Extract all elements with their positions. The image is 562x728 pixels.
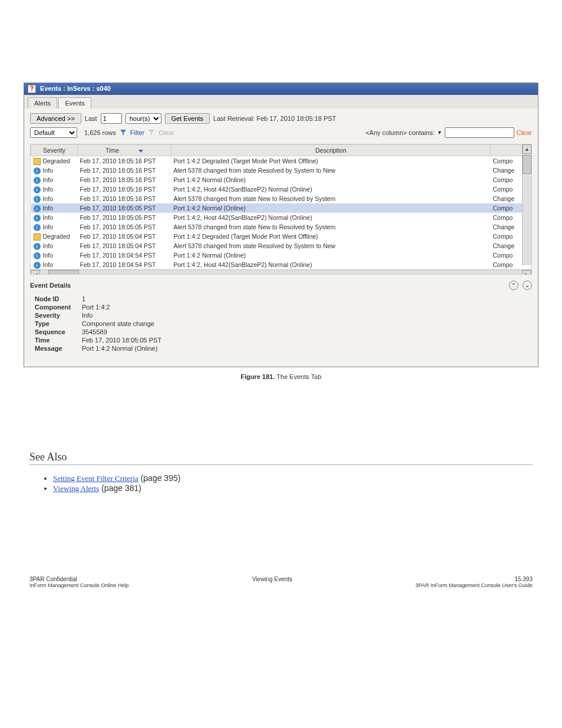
clear-filter-icon (148, 129, 155, 136)
table-row[interactable]: iInfoFeb 17, 2010 18:05:05 PSTPort 1:4:2… (31, 203, 531, 213)
col-header-description[interactable]: Description (171, 145, 491, 156)
detail-value: Info (82, 312, 92, 319)
info-icon: i (34, 186, 41, 193)
cell-time: Feb 17, 2010 18:05:16 PST (78, 175, 171, 185)
degraded-icon (34, 233, 41, 241)
scroll-left-icon[interactable]: ◀ (31, 270, 40, 275)
detail-key: Sequence (35, 328, 82, 335)
cell-description: Port 1:4:2 Degraded (Target Mode Port We… (171, 156, 491, 166)
col-header-time[interactable]: Time (78, 145, 171, 156)
collapse-up-icon[interactable]: ⌃ (509, 281, 518, 290)
table-row[interactable]: iInfoFeb 17, 2010 18:05:05 PSTPort 1:4:2… (31, 213, 531, 222)
last-retrieval-label: Last Retrieval: Feb 17, 2010 18:05:18 PS… (213, 115, 336, 122)
window-title: Events : InServs : s040 (40, 85, 111, 92)
last-unit-select[interactable]: hour(s) (125, 113, 161, 124)
cell-time: Feb 17, 2010 18:04:54 PST (78, 260, 171, 269)
cell-description: Alert 5378 changed from state Resolved b… (171, 241, 491, 251)
get-events-button[interactable]: Get Events (165, 113, 210, 124)
preset-select[interactable]: Default (30, 127, 77, 138)
detail-value: Feb 17, 2010 18:05:05 PST (82, 337, 161, 344)
cell-severity: iInfo (31, 175, 78, 185)
vertical-scrollbar[interactable]: ▲ (522, 144, 531, 265)
table-row[interactable]: iInfoFeb 17, 2010 18:05:04 PSTAlert 5378… (31, 241, 531, 251)
clear-filter-link[interactable]: Clear (158, 129, 174, 136)
footer-center: Viewing Events (252, 576, 292, 588)
advanced-button[interactable]: Advanced >> (30, 113, 81, 124)
cell-severity: iInfo (31, 241, 78, 251)
search-dropdown-icon[interactable]: ▼ (437, 130, 442, 136)
events-window: ? Events : InServs : s040 Alerts Events … (24, 83, 538, 367)
info-icon: i (34, 243, 41, 250)
detail-row: ComponentPort 1:4:2 (35, 303, 527, 311)
search-input[interactable] (445, 127, 514, 138)
detail-value: Port 1:4:2 Normal (Online) (82, 345, 157, 352)
search-clear-link[interactable]: Clear (517, 129, 532, 136)
detail-row: Sequence3545589 (35, 328, 527, 336)
hscroll-thumb[interactable] (48, 270, 79, 275)
detail-value: Component state change (82, 320, 154, 327)
scroll-thumb[interactable] (523, 155, 531, 174)
detail-row: SeverityInfo (35, 311, 527, 319)
cell-time: Feb 17, 2010 18:05:04 PST (78, 232, 171, 241)
table-row[interactable]: iInfoFeb 17, 2010 18:05:05 PSTAlert 5378… (31, 222, 531, 232)
cell-time: Feb 17, 2010 18:05:16 PST (78, 194, 171, 203)
see-also-item: Viewing Alerts (page 381) (53, 483, 533, 493)
detail-row: Node ID1 (35, 295, 527, 303)
see-also-item: Setting Event Filter Criteria (page 395) (53, 473, 533, 483)
table-row[interactable]: iInfoFeb 17, 2010 18:05:16 PSTAlert 5378… (31, 166, 531, 175)
cell-time: Feb 17, 2010 18:05:04 PST (78, 241, 171, 251)
table-row[interactable]: DegradedFeb 17, 2010 18:05:16 PSTPort 1:… (31, 156, 531, 166)
info-icon: i (34, 215, 41, 222)
cell-description: Port 1:4:2, Host 442(SanBlazeP2) Normal … (171, 185, 491, 194)
cell-time: Feb 17, 2010 18:05:05 PST (78, 213, 171, 222)
page-footer: 3PAR Confidential InForm Management Cons… (29, 576, 533, 588)
row-count-label: 1,626 rows (84, 129, 116, 136)
cell-time: Feb 17, 2010 18:05:16 PST (78, 166, 171, 175)
scroll-up-icon[interactable]: ▲ (523, 144, 531, 154)
scroll-right-icon[interactable]: ▶ (522, 270, 531, 275)
info-icon: i (34, 262, 41, 269)
col-header-severity[interactable]: Severity (31, 145, 78, 156)
info-icon: i (34, 252, 41, 259)
cell-description: Port 1:4:2 Normal (Online) (171, 175, 491, 185)
see-also-link[interactable]: Setting Event Filter Criteria (53, 474, 138, 483)
tab-alerts[interactable]: Alerts (28, 97, 57, 108)
table-row[interactable]: iInfoFeb 17, 2010 18:05:16 PSTPort 1:4:2… (31, 175, 531, 185)
table-row[interactable]: iInfoFeb 17, 2010 18:05:16 PSTAlert 5378… (31, 194, 531, 203)
filter-icon (120, 129, 127, 136)
see-also-section: See Also Setting Event Filter Criteria (… (29, 451, 533, 493)
table-row[interactable]: DegradedFeb 17, 2010 18:05:04 PSTPort 1:… (31, 232, 531, 241)
cell-time: Feb 17, 2010 18:05:16 PST (78, 156, 171, 166)
footer-page-number: 15.393 (415, 576, 533, 582)
detail-value: 3545589 (82, 328, 107, 335)
table-row[interactable]: iInfoFeb 17, 2010 18:04:54 PSTPort 1:4:2… (31, 260, 531, 269)
cell-description: Port 1:4:2, Host 442(SanBlazeP2) Normal … (171, 213, 491, 222)
event-details-header: Event Details (30, 282, 71, 289)
tab-events[interactable]: Events (58, 97, 91, 109)
see-also-link[interactable]: Viewing Alerts (53, 484, 99, 493)
info-icon: i (34, 196, 41, 203)
cell-description: Port 1:4:2 Degraded (Target Mode Port We… (171, 232, 491, 241)
event-details-panel: Event Details ⌃ ⌄ Node ID1ComponentPort … (30, 278, 532, 361)
collapse-down-icon[interactable]: ⌄ (523, 281, 532, 290)
detail-key: Type (35, 320, 82, 327)
horizontal-scrollbar[interactable]: ◀ ▶ (31, 269, 531, 275)
table-row[interactable]: iInfoFeb 17, 2010 18:04:54 PSTPort 1:4:2… (31, 251, 531, 260)
cell-description: Port 1:4:2, Host 442(SanBlazeP2) Normal … (171, 260, 491, 269)
see-also-heading: See Also (29, 451, 533, 465)
app-icon: ? (28, 85, 36, 93)
footer-sub-right: 3PAR InForm Management Console User's Gu… (415, 582, 533, 588)
detail-row: TypeComponent state change (35, 319, 527, 328)
window-titlebar: ? Events : InServs : s040 (24, 83, 538, 95)
info-icon: i (34, 205, 41, 212)
figure-text: The Events Tab (276, 373, 321, 380)
see-also-page: (page 381) (101, 483, 141, 493)
filter-link[interactable]: Filter (130, 129, 144, 136)
detail-key: Component (35, 304, 82, 311)
last-value-input[interactable] (101, 113, 122, 124)
cell-severity: Degraded (31, 156, 78, 166)
detail-key: Message (35, 345, 82, 352)
cell-severity: iInfo (31, 185, 78, 194)
table-row[interactable]: iInfoFeb 17, 2010 18:05:16 PSTPort 1:4:2… (31, 185, 531, 194)
cell-severity: iInfo (31, 213, 78, 222)
